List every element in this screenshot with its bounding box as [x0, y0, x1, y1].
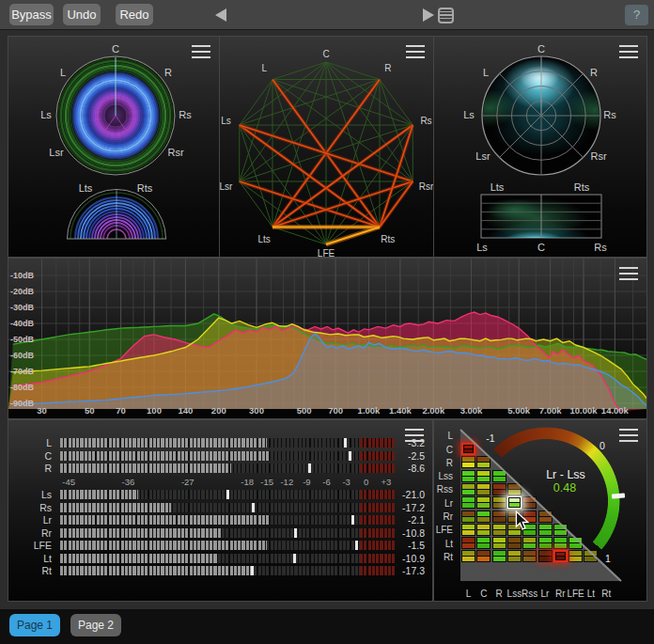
matrix-row-label: Lr [434, 497, 453, 508]
svg-text:-50dB: -50dB [10, 335, 35, 344]
matrix-col-label: Rss [522, 589, 537, 599]
play-icon[interactable] [423, 8, 434, 22]
channel-label: Lts [79, 182, 93, 194]
channel-label: Ls [476, 242, 488, 253]
meter-scale-tick: -12 [280, 477, 293, 487]
help-button[interactable]: ? [625, 5, 648, 25]
svg-text:-80dB: -80dB [10, 383, 35, 392]
meter-value: -2.5 [383, 450, 425, 462]
svg-text:50: 50 [85, 405, 95, 416]
menu-icon[interactable] [192, 45, 210, 58]
matrix-col-label: LFE [567, 589, 584, 599]
menu-icon[interactable] [405, 429, 424, 442]
meter-bar [60, 528, 395, 538]
meter-channel-label: Lt [8, 553, 52, 564]
meter-value: -17.2 [383, 502, 425, 513]
svg-text:-40dB: -40dB [10, 319, 35, 328]
preset-list-icon[interactable] [438, 8, 454, 24]
svg-text:2.00k: 2.00k [422, 405, 444, 416]
matrix-row-label: LFE [434, 525, 453, 535]
svg-text:-60dB: -60dB [10, 351, 35, 360]
matrix-row-label: Rt [434, 551, 453, 561]
channel-label: Rs [179, 109, 191, 120]
matrix-readout-label: Lr - Lss [546, 468, 585, 481]
channel-label: C [537, 242, 545, 253]
gauge-tick-label: 0 [600, 440, 605, 451]
meter-channel-label: Rt [8, 565, 52, 576]
mouse-cursor-icon [515, 510, 529, 530]
channel-label: L [483, 67, 489, 78]
meter-bar [60, 503, 395, 512]
channel-label: Lsr [220, 181, 233, 191]
channel-label: Lts [490, 181, 505, 193]
channel-label: Ls [40, 109, 52, 120]
meter-channel-label: Rr [8, 527, 52, 539]
svg-text:-10dB: -10dB [10, 271, 35, 280]
channel-label: Lsr [475, 150, 490, 162]
menu-icon[interactable] [619, 429, 638, 442]
spectrum-chart: -10dB-20dB-30dB-40dB-50dB-60dB-70dB-80dB… [8, 259, 646, 418]
back-icon[interactable] [215, 8, 226, 22]
meter-scale-tick: 0 [364, 477, 368, 487]
channel-label: Lts [257, 233, 270, 243]
matrix-col-label: Lss [507, 589, 522, 599]
matrix-row-label: Rr [434, 511, 453, 522]
meter-bar [60, 451, 395, 461]
meter-channel-label: L [8, 437, 52, 448]
matrix-overlay [434, 420, 648, 601]
channel-label: Rts [574, 181, 590, 193]
svg-text:1.40k: 1.40k [389, 405, 412, 416]
page2-tab[interactable]: Page 2 [70, 614, 121, 636]
matrix-row-label: C [434, 444, 453, 454]
undo-button[interactable]: Undo [63, 4, 101, 25]
menu-icon[interactable] [619, 45, 638, 58]
meter-channel-label: LFE [8, 540, 52, 551]
meter-scale-tick: -6 [322, 477, 330, 487]
redo-button[interactable]: Redo [116, 4, 153, 25]
meter-channel-label: Rs [8, 502, 52, 513]
meter-value: -8.6 [383, 463, 425, 474]
meter-bar [60, 438, 395, 448]
svg-text:-20dB: -20dB [10, 287, 35, 296]
svg-text:100: 100 [147, 405, 162, 416]
svg-text:1.00k: 1.00k [358, 405, 381, 416]
halo-vision-window: Bypass Undo Redo ? CLRLsRsLsrRsrLtsRts C… [0, 0, 654, 644]
matrix-col-label: Rt [601, 589, 611, 599]
channel-label: Rts [137, 182, 153, 194]
svg-text:-30dB: -30dB [10, 303, 35, 312]
channel-web-visualizer [220, 37, 435, 257]
bypass-button[interactable]: Bypass [9, 4, 54, 25]
panel-surround-rings: CLRLsRsLsrRsrLtsRts [8, 36, 220, 258]
toolbar: Bypass Undo Redo ? [0, 0, 654, 30]
menu-icon[interactable] [619, 267, 638, 280]
channel-label: Rs [594, 242, 606, 253]
meter-scale-tick: +3 [381, 477, 391, 487]
channel-label: C [537, 43, 545, 55]
svg-text:700: 700 [328, 405, 343, 416]
channel-label: Ls [221, 116, 231, 126]
meter-bar [60, 490, 395, 499]
channel-label: R [590, 67, 598, 78]
channel-label: Rsr [167, 147, 183, 158]
page1-tab[interactable]: Page 1 [9, 614, 60, 636]
panel-correlation-matrix: Lr - Lss 0.48 LCRLssRssLrRrLFELtRtLCRLss… [433, 419, 647, 602]
meter-bar [60, 463, 395, 473]
channel-label: R [384, 63, 391, 73]
panel-level-meters: L-3.2C-2.5R-8.6Ls-21.0Rs-17.2Lr-2.1Rr-10… [8, 419, 433, 602]
menu-icon[interactable] [406, 45, 425, 58]
channel-label: LFE [318, 248, 335, 259]
meter-scale-tick: -45 [62, 477, 75, 487]
channel-label: Rs [420, 116, 431, 126]
panel-channel-web: CRRsRsrRtsLFELtsLsrLsL [219, 36, 434, 258]
meter-value: -17.3 [383, 565, 425, 576]
matrix-readout-value: 0.48 [553, 481, 576, 495]
meter-scale-tick: -3 [342, 477, 350, 487]
svg-text:10.00k: 10.00k [569, 405, 598, 416]
gauge-marker [612, 494, 625, 499]
svg-text:300: 300 [249, 405, 264, 416]
meter-value: -10.8 [383, 527, 425, 539]
meter-bar [60, 541, 395, 550]
matrix-col-label: Rr [555, 589, 566, 599]
panel-polar-location: CLRLsRsLsrRsrLtsRtsLsCRs [433, 36, 647, 258]
meter-value: -10.9 [383, 553, 425, 564]
